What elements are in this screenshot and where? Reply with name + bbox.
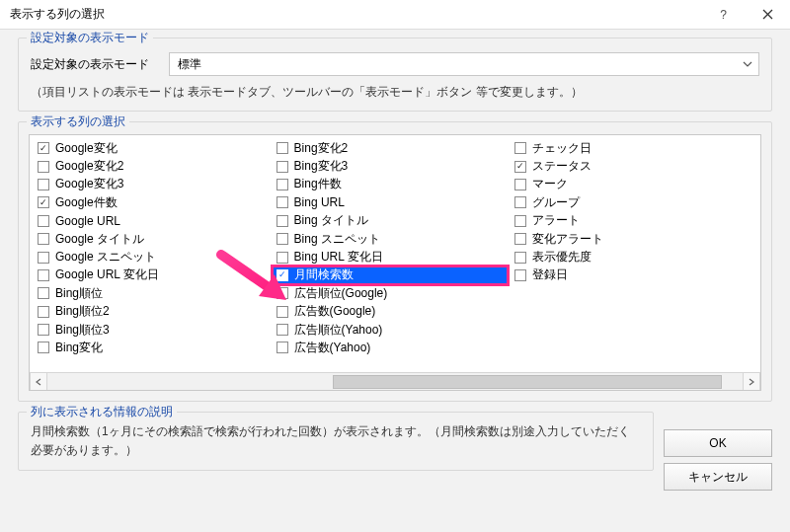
close-button[interactable]	[746, 0, 790, 30]
list-item[interactable]: 表示優先度	[511, 248, 750, 266]
list-item-label: 広告順位(Google)	[294, 285, 388, 302]
help-button[interactable]: ?	[701, 0, 746, 30]
list-item[interactable]: ✓月間検索数	[273, 266, 508, 284]
list-item[interactable]: 登録日	[511, 266, 750, 284]
list-item[interactable]: アラート	[511, 212, 750, 230]
list-item[interactable]: 広告順位(Google)	[273, 284, 512, 302]
list-item[interactable]: Bing タイトル	[273, 212, 512, 230]
scrollbar-thumb[interactable]	[333, 375, 722, 389]
checkbox-icon[interactable]	[514, 142, 526, 154]
group-description-legend: 列に表示される情報の説明	[27, 404, 177, 420]
list-item[interactable]: Bing件数	[273, 176, 512, 193]
display-mode-value: 標準	[178, 56, 201, 73]
checkbox-icon[interactable]	[276, 161, 288, 173]
checkbox-icon[interactable]: ✓	[38, 196, 49, 208]
display-mode-label: 設定対象の表示モード	[31, 56, 159, 73]
checkbox-icon[interactable]	[276, 324, 288, 336]
list-item-label: Bing スニペット	[294, 231, 380, 248]
ok-button[interactable]: OK	[664, 429, 772, 457]
checkbox-icon[interactable]	[276, 215, 288, 227]
list-item-label: Google変化	[55, 140, 118, 157]
checkbox-icon[interactable]: ✓	[38, 142, 49, 154]
list-item[interactable]: Google URL 変化日	[34, 266, 273, 284]
list-item[interactable]: Bing スニペット	[273, 230, 512, 248]
help-icon: ?	[720, 8, 727, 22]
list-item-label: 変化アラート	[532, 231, 603, 248]
list-item-label: 広告数(Yahoo)	[294, 340, 371, 356]
cancel-button-label: キャンセル	[688, 469, 748, 486]
checkbox-icon[interactable]	[276, 342, 288, 353]
list-item[interactable]: Google変化3	[34, 176, 273, 193]
checkbox-icon[interactable]	[276, 287, 288, 299]
display-mode-combo[interactable]: 標準	[169, 52, 759, 76]
checkbox-icon[interactable]	[514, 233, 526, 245]
group-display-mode: 設定対象の表示モード 設定対象の表示モード 標準 （項目リストの表示モードは 表…	[18, 38, 772, 112]
list-item[interactable]: ✓ステータス	[511, 157, 750, 175]
checkbox-icon[interactable]	[38, 252, 49, 264]
checkbox-icon[interactable]	[38, 269, 49, 281]
list-item[interactable]: ✓Google件数	[34, 193, 273, 211]
scroll-left-arrow-icon[interactable]	[30, 373, 47, 390]
checkbox-icon[interactable]	[38, 342, 49, 353]
checkbox-icon[interactable]	[38, 215, 49, 227]
checkbox-icon[interactable]	[514, 269, 526, 281]
list-item-label: Bing件数	[294, 176, 342, 192]
list-item[interactable]: Bing順位2	[34, 303, 273, 321]
list-item[interactable]: マーク	[511, 176, 750, 193]
checkbox-icon[interactable]: ✓	[514, 161, 526, 173]
list-item[interactable]: Bing変化	[34, 339, 273, 356]
checkbox-icon[interactable]	[38, 161, 49, 173]
checkbox-icon[interactable]	[276, 142, 288, 154]
list-item[interactable]: 広告数(Yahoo)	[273, 339, 512, 356]
cancel-button[interactable]: キャンセル	[664, 463, 772, 491]
checkbox-icon[interactable]	[514, 215, 526, 227]
scrollbar-track[interactable]	[47, 373, 743, 390]
list-item-label: 広告順位(Yahoo)	[294, 322, 383, 339]
list-item[interactable]: Bing URL 変化日	[273, 248, 512, 266]
list-item[interactable]: Bing順位	[34, 284, 273, 302]
list-item-label: Google URL	[55, 214, 120, 228]
list-item[interactable]: Google タイトル	[34, 230, 273, 248]
list-item[interactable]: Bing URL	[273, 193, 512, 211]
list-item[interactable]: 広告順位(Yahoo)	[273, 321, 512, 339]
checkbox-icon[interactable]	[276, 306, 288, 318]
checkbox-icon[interactable]	[38, 179, 49, 190]
list-item[interactable]: Bing順位3	[34, 321, 273, 339]
list-item-label: Bing順位3	[55, 322, 110, 339]
list-item[interactable]: Google URL	[34, 212, 273, 230]
list-item[interactable]: グループ	[511, 193, 750, 211]
list-item-label: 広告数(Google)	[294, 303, 376, 320]
checkbox-icon[interactable]	[38, 233, 49, 245]
list-item[interactable]: チェック日	[511, 139, 750, 157]
list-item[interactable]: Bing変化3	[273, 157, 512, 175]
list-item-label: Google変化3	[55, 176, 123, 192]
list-item[interactable]: ✓Google変化	[34, 139, 273, 157]
display-mode-note: （項目リストの表示モードは 表示モードタブ、ツールバーの「表示モード」ボタン 等…	[31, 84, 759, 101]
checkbox-icon[interactable]	[514, 196, 526, 208]
ok-button-label: OK	[709, 436, 726, 450]
checkbox-icon[interactable]	[514, 179, 526, 190]
checkbox-icon[interactable]: ✓	[276, 269, 288, 281]
checkbox-icon[interactable]	[38, 324, 49, 336]
list-item-label: マーク	[532, 176, 568, 192]
checkbox-icon[interactable]	[38, 306, 49, 318]
list-item[interactable]: 広告数(Google)	[273, 303, 512, 321]
list-item-label: Google スニペット	[55, 249, 156, 266]
checkbox-icon[interactable]	[514, 252, 526, 264]
list-item[interactable]: Google変化2	[34, 157, 273, 175]
list-item-label: 月間検索数	[294, 266, 354, 283]
list-item[interactable]: 変化アラート	[511, 230, 750, 248]
list-item-label: Google URL 変化日	[55, 266, 159, 283]
list-item[interactable]: Google スニペット	[34, 248, 273, 266]
list-item[interactable]: Bing変化2	[273, 139, 512, 157]
checkbox-icon[interactable]	[276, 233, 288, 245]
dialog-body: 設定対象の表示モード 設定対象の表示モード 標準 （項目リストの表示モードは 表…	[0, 30, 790, 532]
checkbox-icon[interactable]	[276, 252, 288, 264]
checkbox-icon[interactable]	[276, 179, 288, 190]
scroll-right-arrow-icon[interactable]	[743, 373, 760, 390]
checkbox-icon[interactable]	[276, 196, 288, 208]
column: チェック日✓ステータスマークグループアラート変化アラート表示優先度登録日	[511, 139, 750, 374]
checkbox-icon[interactable]	[38, 287, 49, 299]
horizontal-scrollbar[interactable]	[30, 372, 760, 390]
description-text: 月間検索数（1ヶ月にその検索語で検索が行われた回数）が表示されます。（月間検索数…	[31, 422, 641, 460]
